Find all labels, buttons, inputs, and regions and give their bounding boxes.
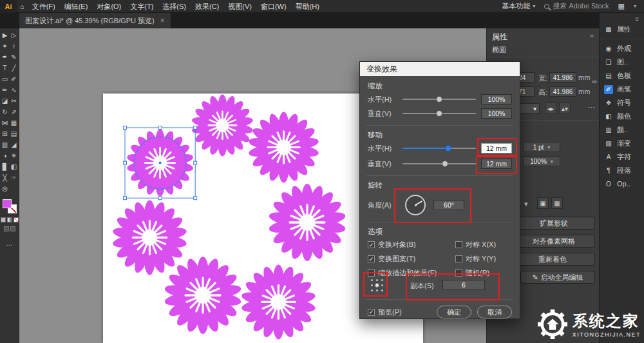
checkbox[interactable] — [455, 255, 462, 262]
edit-toolbar-icon[interactable]: … — [6, 239, 13, 247]
rotate-tool[interactable]: ↻ — [1, 106, 10, 117]
move-v-slider[interactable] — [402, 160, 476, 168]
pen-tool[interactable]: ✒ — [1, 52, 10, 63]
magic-wand-tool[interactable]: ✶ — [1, 41, 10, 52]
height-field[interactable]: 41.986 — [549, 86, 576, 97]
recolor-button[interactable]: 重新着色 — [510, 253, 595, 266]
move-h-slider[interactable] — [402, 144, 476, 152]
document-tab[interactable]: 图案设计.ai* @ 45.39% (RGB/GPU 预览) × — [19, 13, 171, 28]
checkbox[interactable] — [368, 270, 375, 277]
more-options-icon[interactable]: ⋯ — [588, 103, 595, 112]
link-width-height-icon[interactable]: ∞ — [592, 77, 597, 85]
free-transform-tool[interactable]: ▦ — [10, 117, 19, 128]
scale-v-field[interactable]: 100% — [481, 108, 512, 119]
flip-horizontal-icon[interactable]: ◂▸ — [545, 103, 556, 114]
scale-h-field[interactable]: 100% — [481, 94, 512, 104]
dialog-title[interactable]: 变换效果 — [360, 62, 520, 76]
artboard-tool[interactable]: ◧ — [10, 161, 19, 172]
draw-behind-button[interactable] — [10, 226, 15, 231]
curvature-tool[interactable]: ✎ — [10, 52, 19, 63]
panel-tab-颜色[interactable]: ◧颜色 — [600, 110, 644, 123]
width-field[interactable]: 41.986 — [549, 72, 576, 83]
panel-tab-图[interactable]: ❏图.. — [600, 55, 644, 69]
chevron-down-icon[interactable]: ▾ — [634, 3, 636, 9]
option-row[interactable]: 对称 X(X) — [455, 240, 515, 250]
paintbrush-tool[interactable]: ✐ — [10, 74, 19, 84]
appearance-options-icon[interactable]: ▦ — [551, 197, 563, 209]
scale-tool[interactable]: ⇗ — [10, 106, 19, 117]
app-logo[interactable]: Ai — [0, 0, 17, 13]
option-row[interactable]: 随机(R) — [455, 268, 515, 278]
panel-tab-Op[interactable]: OOp.. — [600, 177, 644, 190]
menu-item[interactable]: 文件(F) — [28, 0, 60, 13]
fill-swatch[interactable] — [3, 199, 12, 208]
close-icon[interactable]: × — [160, 16, 165, 25]
move-v-field[interactable]: 12 mm — [481, 159, 512, 169]
arrange-documents-icon[interactable]: ▦ — [618, 2, 625, 10]
color-button[interactable] — [1, 217, 6, 222]
mesh-tool[interactable]: ▤ — [10, 128, 19, 139]
global-edit-button[interactable]: ✎ 启动全局编辑 — [520, 271, 595, 284]
flower-shape[interactable] — [230, 253, 327, 343]
move-h-field[interactable]: 12 mm — [481, 143, 512, 153]
workspace-switcher[interactable]: 基本功能 ▾ — [502, 1, 535, 11]
slice-tool[interactable]: ╳ — [1, 172, 10, 183]
scale-v-slider[interactable] — [402, 110, 476, 117]
shaper-tool[interactable]: ∿ — [10, 84, 19, 95]
pencil-tool[interactable]: ✏ — [1, 84, 10, 95]
zoom-tool[interactable]: ◎ — [1, 183, 10, 194]
menu-item[interactable]: 文字(T) — [126, 0, 158, 13]
menu-item[interactable]: 帮助(H) — [291, 0, 324, 13]
cancel-button[interactable]: 取消 — [477, 306, 512, 318]
panel-tab-外观[interactable]: ◉外观 — [600, 42, 644, 55]
scissors-tool[interactable]: ✂ — [10, 95, 19, 106]
hand-tool[interactable]: ☞ — [10, 172, 19, 183]
eraser-tool[interactable]: ◪ — [1, 95, 10, 106]
angle-field[interactable]: 60° — [433, 200, 464, 210]
menu-item[interactable]: 选择(S) — [158, 0, 191, 13]
menu-item[interactable]: 对象(O) — [92, 0, 126, 13]
flip-vertical-icon[interactable]: ▴▾ — [559, 103, 571, 114]
preview-checkbox[interactable]: ✓ — [368, 309, 375, 316]
panel-tab-符号[interactable]: ❖符号 — [600, 96, 644, 110]
copies-field[interactable]: 6 — [442, 280, 485, 290]
menu-item[interactable]: 效果(C) — [191, 0, 223, 13]
menu-item[interactable]: 编辑(E) — [60, 0, 93, 13]
stock-search[interactable]: 搜索 Adobe Stock — [544, 1, 609, 11]
checkbox[interactable] — [455, 241, 462, 248]
checkbox[interactable]: ✓ — [368, 241, 375, 248]
opacity-field[interactable]: 100%▾ — [523, 156, 560, 166]
menu-item[interactable]: 窗口(W) — [256, 0, 291, 13]
expand-shape-button[interactable]: 扩展形状 — [513, 217, 595, 230]
option-row[interactable]: 缩放描边和效果(F) — [368, 268, 450, 278]
scale-h-slider[interactable] — [402, 95, 476, 103]
panel-tab-渐变[interactable]: ▨渐变 — [600, 137, 644, 150]
stroke-weight-field[interactable]: 1 pt▾ — [523, 142, 560, 152]
symbol-sprayer-tool[interactable]: ✳ — [10, 150, 19, 161]
panel-tab-颜[interactable]: ▥颜.. — [600, 123, 644, 137]
line-tool[interactable]: ╱ — [10, 63, 19, 74]
collapse-panel-icon[interactable]: » — [590, 32, 594, 39]
width-tool[interactable]: ⋈ — [1, 117, 10, 128]
type-tool[interactable]: T — [1, 63, 10, 74]
panel-tab-字符[interactable]: A字符 — [600, 150, 644, 164]
direct-selection-tool[interactable]: ▷ — [10, 30, 19, 41]
option-row[interactable]: ✓变换对象(B) — [368, 240, 450, 250]
option-row[interactable]: 对称 Y(Y) — [455, 254, 515, 264]
fill-stroke-control[interactable] — [3, 199, 17, 213]
none-button[interactable] — [14, 217, 19, 222]
menu-item[interactable]: 视图(V) — [223, 0, 256, 13]
gradient-tool[interactable]: ▥ — [1, 139, 10, 150]
checkbox[interactable] — [455, 270, 462, 277]
rectangle-tool[interactable]: ▭ — [1, 74, 10, 84]
panel-tab-段落[interactable]: ¶段落 — [600, 164, 644, 177]
strip-menu-icon[interactable]: ≡ — [600, 15, 644, 23]
swap-fill-stroke-icon[interactable]: ▣ — [537, 197, 549, 209]
dialog-reference-point-locator[interactable] — [369, 277, 384, 293]
checkbox[interactable]: ✓ — [368, 255, 375, 262]
selection-tool[interactable]: ▶ — [1, 30, 10, 41]
panel-tab-属性[interactable]: ▦属性 — [600, 23, 644, 36]
panel-tab-画笔[interactable]: ✐画笔 — [600, 83, 644, 96]
draw-normal-button[interactable] — [4, 226, 9, 231]
panel-tab-色板[interactable]: ▤色板 — [600, 69, 644, 83]
